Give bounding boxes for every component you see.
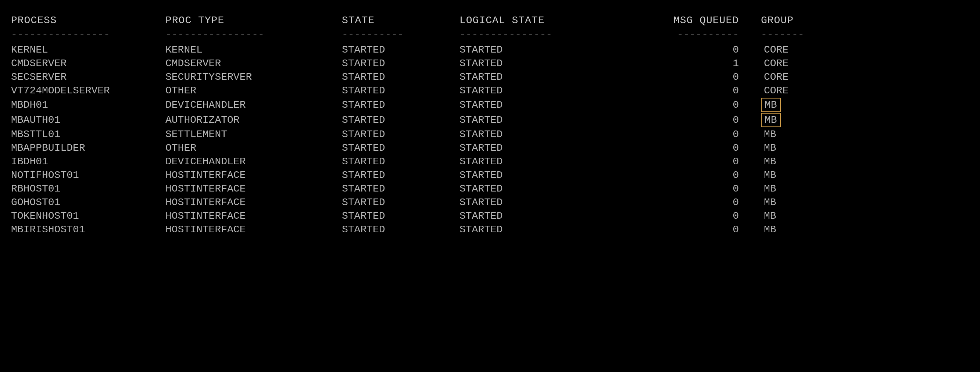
- cell-state: STARTED: [342, 129, 460, 140]
- table-row: NOTIFHOST01 HOSTINTERFACE STARTED STARTE…: [11, 169, 969, 181]
- header-proc-type: PROC TYPE: [165, 15, 342, 26]
- cell-logical-state: STARTED: [460, 71, 636, 83]
- cell-group: MB: [754, 98, 827, 112]
- group-badge: MB: [761, 155, 779, 168]
- cell-group: MB: [754, 169, 827, 181]
- cell-logical-state: STARTED: [460, 170, 636, 181]
- cell-process: MBAPPBUILDER: [11, 142, 165, 154]
- group-badge: MB: [761, 223, 779, 236]
- cell-process: SECSERVER: [11, 71, 165, 83]
- cell-state: STARTED: [342, 58, 460, 69]
- cell-msg-queued: 0: [636, 99, 754, 111]
- table-row: SECSERVER SECURITYSERVER STARTED STARTED…: [11, 71, 969, 83]
- cell-msg-queued: 0: [636, 114, 754, 126]
- cell-group: MB: [754, 113, 827, 127]
- table-row: IBDH01 DEVICEHANDLER STARTED STARTED 0 M…: [11, 155, 969, 168]
- header-state: STATE: [342, 15, 460, 26]
- cell-proc-type: OTHER: [165, 85, 342, 96]
- table-row: VT724MODELSERVER OTHER STARTED STARTED 0…: [11, 84, 969, 97]
- table-row: MBIRISHOST01 HOSTINTERFACE STARTED START…: [11, 223, 969, 236]
- table-row: MBAPPBUILDER OTHER STARTED STARTED 0 MB: [11, 141, 969, 154]
- cell-msg-queued: 0: [636, 85, 754, 96]
- cell-proc-type: HOSTINTERFACE: [165, 183, 342, 194]
- cell-logical-state: STARTED: [460, 210, 636, 222]
- cell-state: STARTED: [342, 224, 460, 235]
- cell-msg-queued: 0: [636, 210, 754, 222]
- cell-proc-type: SECURITYSERVER: [165, 71, 342, 83]
- cell-process: KERNEL: [11, 44, 165, 56]
- group-badge: MB: [761, 182, 779, 195]
- table-row: MBSTTL01 SETTLEMENT STARTED STARTED 0 MB: [11, 128, 969, 141]
- cell-msg-queued: 0: [636, 224, 754, 235]
- group-badge: MB: [761, 113, 781, 127]
- cell-state: STARTED: [342, 71, 460, 83]
- divider-logical-state: ---------------: [460, 29, 636, 40]
- header-group: GROUP: [754, 15, 827, 26]
- cell-process: MBSTTL01: [11, 129, 165, 140]
- cell-group: CORE: [754, 84, 827, 97]
- cell-msg-queued: 0: [636, 156, 754, 167]
- cell-process: MBAUTH01: [11, 114, 165, 126]
- divider-state: ----------: [342, 29, 460, 40]
- table-row: MBDH01 DEVICEHANDLER STARTED STARTED 0 M…: [11, 98, 969, 112]
- cell-process: RBHOST01: [11, 183, 165, 194]
- group-badge: CORE: [761, 43, 791, 56]
- cell-group: MB: [754, 182, 827, 195]
- cell-process: TOKENHOST01: [11, 210, 165, 222]
- cell-state: STARTED: [342, 156, 460, 167]
- cell-msg-queued: 0: [636, 170, 754, 181]
- group-badge: MB: [761, 141, 779, 154]
- cell-state: STARTED: [342, 210, 460, 222]
- cell-msg-queued: 0: [636, 197, 754, 208]
- divider-process: ----------------: [11, 29, 165, 40]
- cell-logical-state: STARTED: [460, 142, 636, 154]
- cell-state: STARTED: [342, 183, 460, 194]
- cell-proc-type: KERNEL: [165, 44, 342, 56]
- header-process: PROCESS: [11, 15, 165, 26]
- cell-process: MBIRISHOST01: [11, 224, 165, 235]
- cell-logical-state: STARTED: [460, 129, 636, 140]
- table-row: RBHOST01 HOSTINTERFACE STARTED STARTED 0…: [11, 182, 969, 195]
- cell-msg-queued: 0: [636, 183, 754, 194]
- table-header: PROCESS PROC TYPE STATE LOGICAL STATE MS…: [11, 15, 969, 26]
- cell-process: MBDH01: [11, 99, 165, 111]
- header-msg-queued: MSG QUEUED: [636, 15, 754, 26]
- cell-proc-type: CMDSERVER: [165, 58, 342, 69]
- divider-proc-type: ----------------: [165, 29, 342, 40]
- cell-logical-state: STARTED: [460, 183, 636, 194]
- table-divider: ---------------- ---------------- ------…: [11, 29, 969, 40]
- cell-proc-type: AUTHORIZATOR: [165, 114, 342, 126]
- cell-msg-queued: 1: [636, 58, 754, 69]
- cell-state: STARTED: [342, 44, 460, 56]
- cell-group: CORE: [754, 57, 827, 70]
- cell-group: MB: [754, 196, 827, 209]
- group-badge: CORE: [761, 57, 791, 70]
- cell-process: VT724MODELSERVER: [11, 85, 165, 96]
- cell-state: STARTED: [342, 142, 460, 154]
- cell-proc-type: OTHER: [165, 142, 342, 154]
- cell-logical-state: STARTED: [460, 44, 636, 56]
- cell-process: NOTIFHOST01: [11, 170, 165, 181]
- cell-state: STARTED: [342, 114, 460, 126]
- cell-msg-queued: 0: [636, 142, 754, 154]
- cell-state: STARTED: [342, 99, 460, 111]
- cell-process: CMDSERVER: [11, 58, 165, 69]
- cell-group: MB: [754, 210, 827, 223]
- group-badge: MB: [761, 196, 779, 209]
- table-row: KERNEL KERNEL STARTED STARTED 0 CORE: [11, 43, 969, 56]
- cell-proc-type: DEVICEHANDLER: [165, 99, 342, 111]
- process-table: PROCESS PROC TYPE STATE LOGICAL STATE MS…: [11, 15, 969, 236]
- cell-logical-state: STARTED: [460, 85, 636, 96]
- cell-group: MB: [754, 223, 827, 236]
- cell-group: MB: [754, 155, 827, 168]
- table-row: MBAUTH01 AUTHORIZATOR STARTED STARTED 0 …: [11, 113, 969, 127]
- group-badge: MB: [761, 169, 779, 181]
- cell-logical-state: STARTED: [460, 197, 636, 208]
- cell-logical-state: STARTED: [460, 224, 636, 235]
- cell-group: MB: [754, 128, 827, 141]
- cell-proc-type: HOSTINTERFACE: [165, 224, 342, 235]
- cell-group: CORE: [754, 43, 827, 56]
- cell-logical-state: STARTED: [460, 58, 636, 69]
- cell-msg-queued: 0: [636, 44, 754, 56]
- cell-proc-type: DEVICEHANDLER: [165, 156, 342, 167]
